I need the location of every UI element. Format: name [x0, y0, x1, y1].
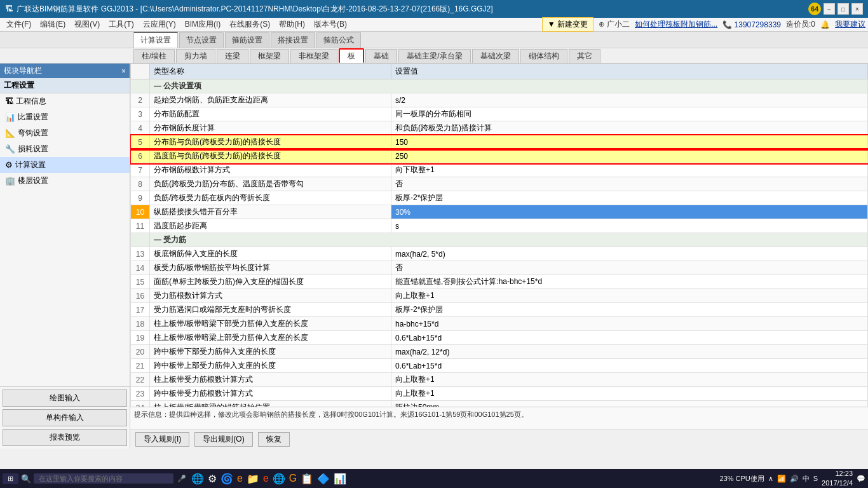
row-value-5[interactable]: 150 [391, 135, 868, 149]
subtab-coupling[interactable]: 连梁 [217, 49, 248, 63]
tab-stirrup-settings[interactable]: 箍筋设置 [225, 32, 269, 48]
row-value-16[interactable]: 向上取整+1 [391, 289, 868, 303]
table-row[interactable]: 15 面筋(单标主跨板受力筋)伸入支座的锚固长度 能直锚就直锚,否则按公式计算:… [131, 275, 868, 289]
menu-online[interactable]: 在线服务(S) [226, 18, 274, 31]
row-value-7[interactable]: 向下取整+1 [391, 163, 868, 177]
menu-bim[interactable]: BIM应用(I) [181, 18, 225, 31]
table-row[interactable]: 16 受力筋根数计算方式 向上取整+1 [131, 289, 868, 303]
table-row[interactable]: 3 分布筋筋配置 同一板厚的分布筋相同 [131, 107, 868, 121]
row-value-15[interactable]: 能直锚就直锚,否则按公式计算:ha-bhc+15*d [391, 275, 868, 289]
sidebar-item-calc[interactable]: ⚙ 计算设置 [0, 157, 130, 173]
table-row[interactable]: 2 起始受力钢筋、负筋距支座边距离 s/2 [131, 93, 868, 107]
sidebar-item-floor[interactable]: 🏢 楼层设置 [0, 173, 130, 189]
row-value-8[interactable]: 否 [391, 177, 868, 191]
component-input-button[interactable]: 单构件输入 [3, 409, 127, 426]
table-row[interactable]: 17 受力筋遇洞口或端部无支座时的弯折长度 板厚-2*保护层 [131, 303, 868, 317]
tab-calc-settings[interactable]: 计算设置 [133, 32, 178, 48]
sidebar-item-loss[interactable]: 🔧 损耗设置 [0, 141, 130, 157]
taskbar-app-5[interactable]: 📁 [247, 473, 259, 485]
row-value-23[interactable]: 向上取整+1 [391, 387, 868, 401]
tab-stirrup-formula[interactable]: 箍筋公式 [316, 32, 361, 48]
menu-file[interactable]: 文件(F) [3, 18, 35, 31]
minimize-button[interactable]: − [824, 3, 835, 15]
taskbar-app-3[interactable]: 🌀 [220, 473, 233, 485]
row-value-11[interactable]: s [391, 219, 868, 233]
menu-help[interactable]: 帮助(H) [275, 18, 309, 31]
subtab-shearwall[interactable]: 剪力墙 [176, 49, 215, 63]
table-row[interactable]: 9 负筋/跨板受力筋在板内的弯折长度 板厚-2*保护层 [131, 191, 868, 205]
subtab-frame-beam[interactable]: 框架梁 [250, 49, 289, 63]
table-row[interactable]: 21 跨中板带上部受力筋伸入支座的长度 0.6*Lab+15*d [131, 359, 868, 373]
sidebar-item-weight[interactable]: 📊 比重设置 [0, 109, 130, 125]
tab-lap-settings[interactable]: 搭接设置 [271, 32, 315, 48]
subtab-foundation[interactable]: 基础 [365, 49, 397, 63]
taskbar-app-4[interactable]: e [237, 473, 243, 484]
subtab-base-sec-beam[interactable]: 基础次梁 [472, 49, 519, 63]
table-row[interactable]: 20 跨中板带下部受力筋伸入支座的长度 max(ha/2, 12*d) [131, 345, 868, 359]
report-preview-button[interactable]: 报表预览 [3, 429, 127, 446]
tab-node-settings[interactable]: 节点设置 [179, 32, 224, 48]
row-value-6[interactable]: 250 [391, 149, 868, 163]
ime-indicator[interactable]: 中 [803, 474, 810, 484]
subtab-slab[interactable]: 板 [339, 48, 364, 63]
subtab-other[interactable]: 其它 [569, 49, 600, 63]
up-arrow-icon[interactable]: ∧ [768, 475, 773, 483]
taskbar-app-1[interactable]: 🌐 [191, 473, 204, 485]
menu-tools[interactable]: 工具(T) [105, 18, 137, 31]
row-value-20[interactable]: max(ha/2, 12*d) [391, 345, 868, 359]
notification-icon[interactable]: 💬 [857, 475, 865, 483]
drawing-input-button[interactable]: 绘图输入 [3, 390, 127, 407]
sidebar-close-icon[interactable]: × [121, 67, 126, 76]
export-rules-button[interactable]: 导出规则(O) [194, 432, 252, 447]
taskbar-app-9[interactable]: 📋 [301, 473, 313, 485]
taskbar-app-2[interactable]: ⚙ [208, 473, 217, 485]
table-row[interactable]: 19 柱上板带/板带暗梁上部受力筋伸入支座的长度 0.6*Lab+15*d [131, 331, 868, 345]
table-row[interactable]: 6 温度筋与负筋(跨板受力筋)的搭接长度 250 [131, 149, 868, 163]
register-link[interactable]: 我要建议 [835, 19, 865, 30]
subtab-nonframe-beam[interactable]: 非框架梁 [290, 49, 337, 63]
menu-view[interactable]: 视图(V) [71, 18, 104, 31]
sidebar-item-hook[interactable]: 📐 弯钩设置 [0, 125, 130, 141]
taskbar-app-11[interactable]: 📊 [334, 473, 346, 485]
row-value-18[interactable]: ha-bhc+15*d [391, 317, 868, 331]
restore-button[interactable]: □ [837, 3, 849, 15]
sidebar-item-project-info[interactable]: 🏗 工程信息 [0, 93, 130, 109]
mic-icon[interactable]: 🎤 [177, 475, 186, 483]
table-row[interactable]: 8 负筋(跨板受力筋)分布筋、温度筋是否带弯勾 否 [131, 177, 868, 191]
table-row[interactable]: 10 纵筋搭接接头错开百分率 30% [131, 205, 868, 219]
table-row[interactable]: 14 板受力筋/板带钢筋按平均长度计算 否 [131, 261, 868, 275]
taskbar-app-7[interactable]: 🌐 [273, 473, 285, 485]
import-rules-button[interactable]: 导入规则(I) [135, 432, 189, 447]
table-row[interactable]: 13 板底钢筋伸入支座的长度 max(ha/2, 5*d) [131, 247, 868, 261]
new-change-button[interactable]: ▼ 新建变更 [542, 17, 593, 32]
row-value-22[interactable]: 向上取整+1 [391, 373, 868, 387]
row-value-21[interactable]: 0.6*Lab+15*d [391, 359, 868, 373]
row-value-2[interactable]: s/2 [391, 93, 868, 107]
row-value-24[interactable]: 距柱边50mm [391, 401, 868, 407]
table-row[interactable]: 23 跨中板带受力筋根数计算方式 向上取整+1 [131, 387, 868, 401]
table-row[interactable]: 24 柱上板带/板带暗梁的锚筋起始位置 距柱边50mm [131, 401, 868, 407]
close-button[interactable]: × [851, 3, 863, 15]
help-link[interactable]: 如何处理筏板附加钢筋... [635, 19, 717, 30]
menu-cloud[interactable]: 云应用(Y) [139, 18, 180, 31]
table-row[interactable]: 18 柱上板带/板带暗梁下部受力筋伸入支座的长度 ha-bhc+15*d [131, 317, 868, 331]
taskbar-search-input[interactable] [34, 473, 173, 484]
subtab-column[interactable]: 柱/墙柱 [133, 49, 175, 63]
row-value-9[interactable]: 板厚-2*保护层 [391, 191, 868, 205]
subtab-masonry[interactable]: 砌体结构 [520, 49, 567, 63]
row-value-14[interactable]: 否 [391, 261, 868, 275]
row-value-17[interactable]: 板厚-2*保护层 [391, 303, 868, 317]
table-row[interactable]: 22 柱上板带受力筋根数计算方式 向上取整+1 [131, 373, 868, 387]
restore-button[interactable]: 恢复 [258, 432, 290, 447]
row-value-3[interactable]: 同一板厚的分布筋相同 [391, 107, 868, 121]
row-value-10[interactable]: 30% [391, 205, 868, 219]
row-value-13[interactable]: max(ha/2, 5*d) [391, 247, 868, 261]
menu-version[interactable]: 版本号(B) [310, 18, 351, 31]
subtab-base-main-beam[interactable]: 基础主梁/承台梁 [398, 49, 470, 63]
taskbar-app-10[interactable]: 🔷 [317, 473, 330, 485]
taskbar-app-8[interactable]: G [289, 473, 297, 484]
start-button[interactable]: ⊞ [3, 473, 18, 484]
row-value-4[interactable]: 和负筋(跨板受力筋)搭接计算 [391, 121, 868, 135]
table-row[interactable]: 7 分布钢筋根数计算方式 向下取整+1 [131, 163, 868, 177]
taskbar-app-6[interactable]: e [263, 473, 269, 484]
